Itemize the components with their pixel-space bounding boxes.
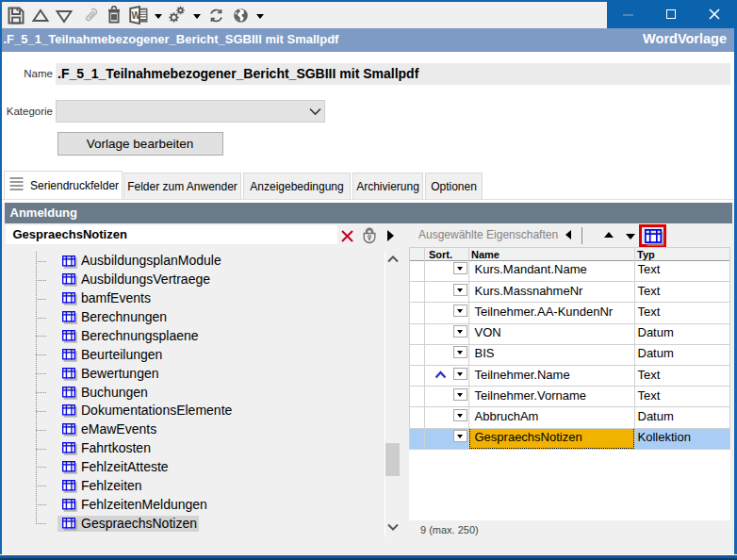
svg-text:W: W — [131, 10, 140, 21]
